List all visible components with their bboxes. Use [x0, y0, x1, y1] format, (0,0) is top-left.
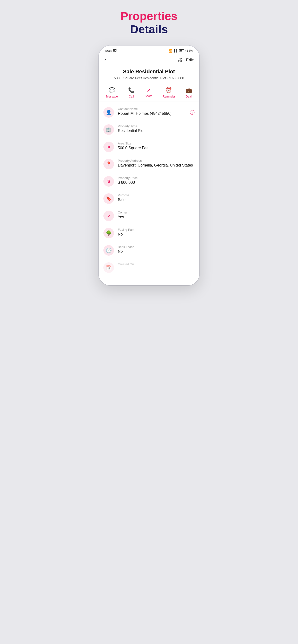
property-type-label: Property Type [118, 124, 195, 128]
contact-name-item: 👤 Contact Name Robert M. Holmes (4842456… [99, 104, 199, 121]
share-icon: ↗ [146, 87, 151, 93]
status-right: 📶 ▌▌ 68% [169, 49, 193, 53]
signal-icon: ▌▌ [174, 49, 178, 52]
property-type-content: Property Type Residential Plot [118, 124, 195, 133]
reminder-action[interactable]: ⏰ Reminder [163, 87, 175, 98]
bookmark-icon: 🔖 [106, 196, 112, 202]
address-item: 📍 Property Address Davenport, Cornelia, … [99, 156, 199, 173]
created-on-content: Created On [118, 262, 195, 267]
area-size-content: Area Size 500.0 Square Feet [118, 142, 195, 150]
created-on-icon-wrap: 📅 [103, 262, 114, 273]
address-icon-wrap: 📍 [103, 159, 114, 170]
property-subtitle: 500.0 Square Feet Residential Plot - $ 6… [104, 76, 194, 80]
created-on-item: 📅 Created On [99, 259, 199, 276]
message-label: Message [106, 95, 118, 98]
status-left: 5:48 🖼 [105, 49, 116, 53]
property-title: Sale Residential Plot [104, 68, 194, 75]
details-list: 👤 Contact Name Robert M. Holmes (4842456… [99, 102, 199, 278]
facing-park-value: No [118, 232, 195, 236]
message-action[interactable]: 💬 Message [106, 87, 118, 98]
fade-bottom [99, 278, 199, 285]
contact-label: Contact Name [118, 107, 186, 111]
property-type-item: 🏢 Property Type Residential Plot [99, 121, 199, 138]
bank-lease-value: No [118, 250, 195, 254]
calendar-icon: 📅 [106, 265, 112, 270]
corner-content: Corner Yes [118, 210, 195, 219]
info-button[interactable]: ⓘ [190, 109, 195, 116]
corner-icon-wrap: ↗ [103, 210, 114, 221]
facing-park-content: Facing Park No [118, 228, 195, 236]
address-content: Property Address Davenport, Cornelia, Ge… [118, 159, 195, 168]
deal-label: Deal [186, 95, 192, 98]
purpose-icon-wrap: 🔖 [103, 193, 114, 204]
bank-lease-item: 🕐 Bank Lease No [99, 242, 199, 259]
bank-lease-icon-wrap: 🕐 [103, 245, 114, 256]
battery-percent: 68% [187, 49, 193, 52]
print-icon[interactable]: 🖨 [177, 57, 183, 63]
title-line1: Properties [120, 10, 177, 23]
purpose-label: Purpose [118, 193, 195, 197]
area-icon: ⇔ [107, 145, 110, 149]
facing-park-item: 🌳 Facing Park No [99, 224, 199, 242]
message-icon: 💬 [109, 87, 115, 94]
price-label: Property Price [118, 176, 195, 180]
area-size-item: ⇔ Area Size 500.0 Square Feet [99, 138, 199, 156]
property-type-icon-wrap: 🏢 [103, 124, 114, 135]
reminder-label: Reminder [163, 95, 175, 98]
title-line2: Details [120, 23, 177, 36]
page-title: Properties Details [120, 10, 177, 36]
tree-icon: 🌳 [106, 230, 112, 236]
contact-icon-wrap: 👤 [103, 107, 114, 118]
share-action[interactable]: ↗ Share [145, 87, 152, 98]
person-icon: 👤 [106, 110, 112, 115]
facing-park-label: Facing Park [118, 228, 195, 232]
clock-icon: 🕐 [106, 248, 112, 253]
dollar-icon: $ [107, 179, 110, 184]
corner-label: Corner [118, 210, 195, 214]
action-bar: 💬 Message 📞 Call ↗ Share ⏰ Reminder 💼 De… [99, 84, 199, 102]
time: 5:48 [105, 49, 112, 53]
corner-item: ↗ Corner Yes [99, 207, 199, 224]
deal-icon: 💼 [186, 87, 192, 94]
purpose-item: 🔖 Purpose Sale [99, 190, 199, 207]
facing-park-icon-wrap: 🌳 [103, 228, 114, 238]
area-size-icon-wrap: ⇔ [103, 142, 114, 152]
status-bar: 5:48 🖼 📶 ▌▌ 68% [99, 46, 199, 54]
photo-icon: 🖼 [113, 49, 116, 53]
reminder-icon: ⏰ [166, 87, 172, 94]
bank-lease-content: Bank Lease No [118, 245, 195, 254]
battery-icon [179, 49, 186, 52]
price-item: $ Property Price $ 600,000 [99, 173, 199, 190]
building-icon: 🏢 [106, 127, 112, 132]
share-label: Share [145, 94, 152, 98]
call-icon: 📞 [128, 87, 135, 94]
page-wrapper: Properties Details 5:48 🖼 📶 ▌▌ 68% [89, 10, 209, 285]
wifi-icon: 📶 [169, 49, 172, 53]
contact-content: Contact Name Robert M. Holmes (484245656… [118, 107, 186, 116]
nav-bar: ‹ 🖨 Edit [99, 54, 199, 66]
property-header: Sale Residential Plot 500.0 Square Feet … [99, 66, 199, 84]
call-action[interactable]: 📞 Call [128, 87, 135, 98]
created-on-label: Created On [118, 262, 195, 266]
price-value: $ 600,000 [118, 180, 195, 185]
price-content: Property Price $ 600,000 [118, 176, 195, 185]
address-label: Property Address [118, 159, 195, 162]
deal-action[interactable]: 💼 Deal [186, 87, 192, 98]
edit-button[interactable]: Edit [186, 58, 194, 62]
nav-right: 🖨 Edit [177, 57, 194, 63]
phone-frame: 5:48 🖼 📶 ▌▌ 68% ‹ 🖨 Edit [99, 46, 199, 285]
location-icon: 📍 [106, 161, 112, 167]
bank-lease-label: Bank Lease [118, 245, 195, 249]
call-label: Call [129, 95, 134, 98]
property-type-value: Residential Plot [118, 129, 195, 133]
corner-value: Yes [118, 215, 195, 219]
contact-value: Robert M. Holmes (484245656) [118, 112, 186, 116]
corner-icon: ↗ [107, 214, 110, 218]
purpose-content: Purpose Sale [118, 193, 195, 202]
area-size-value: 500.0 Square Feet [118, 146, 195, 150]
address-value: Davenport, Cornelia, Georgia, United Sta… [118, 163, 195, 168]
purpose-value: Sale [118, 198, 195, 202]
price-icon-wrap: $ [103, 176, 114, 187]
area-size-label: Area Size [118, 142, 195, 145]
back-button[interactable]: ‹ [104, 57, 106, 63]
